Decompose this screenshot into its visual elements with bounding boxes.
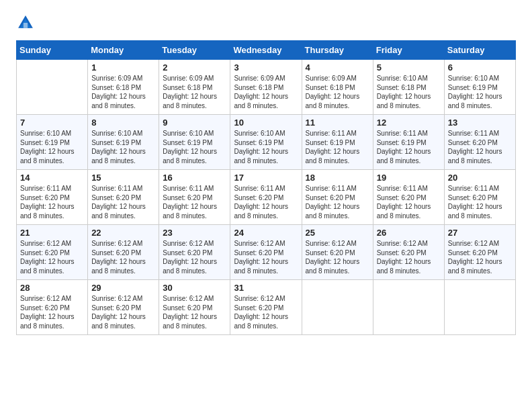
- cell-info: Sunrise: 6:12 AM Sunset: 6:20 PM Dayligh…: [163, 294, 226, 330]
- weekday-header-tuesday: Tuesday: [159, 41, 230, 60]
- day-number: 26: [377, 228, 441, 238]
- calendar-cell: [302, 280, 373, 335]
- calendar-cell: 5Sunrise: 6:10 AM Sunset: 6:18 PM Daylig…: [373, 60, 444, 115]
- calendar-cell: 2Sunrise: 6:09 AM Sunset: 6:18 PM Daylig…: [159, 60, 230, 115]
- calendar-cell: 8Sunrise: 6:10 AM Sunset: 6:19 PM Daylig…: [88, 115, 159, 170]
- cell-info: Sunrise: 6:12 AM Sunset: 6:20 PM Dayligh…: [234, 239, 298, 275]
- cell-info: Sunrise: 6:12 AM Sunset: 6:20 PM Dayligh…: [448, 239, 512, 275]
- day-number: 5: [377, 62, 441, 73]
- cell-info: Sunrise: 6:09 AM Sunset: 6:18 PM Dayligh…: [234, 74, 298, 110]
- weekday-header-friday: Friday: [373, 41, 444, 60]
- day-number: 19: [377, 173, 441, 183]
- weekday-header-thursday: Thursday: [302, 41, 373, 60]
- day-number: 30: [163, 283, 226, 293]
- weekday-header-saturday: Saturday: [444, 41, 515, 60]
- cell-info: Sunrise: 6:12 AM Sunset: 6:20 PM Dayligh…: [91, 294, 155, 330]
- calendar-cell: 15Sunrise: 6:11 AM Sunset: 6:20 PM Dayli…: [88, 170, 159, 225]
- day-number: 16: [163, 173, 226, 183]
- day-number: 27: [448, 228, 512, 238]
- calendar-cell: 20Sunrise: 6:11 AM Sunset: 6:20 PM Dayli…: [444, 170, 515, 225]
- day-number: 2: [163, 62, 226, 73]
- day-number: 13: [448, 118, 512, 128]
- cell-info: Sunrise: 6:09 AM Sunset: 6:18 PM Dayligh…: [306, 74, 369, 110]
- cell-info: Sunrise: 6:11 AM Sunset: 6:19 PM Dayligh…: [377, 129, 441, 165]
- cell-info: Sunrise: 6:12 AM Sunset: 6:20 PM Dayligh…: [377, 239, 441, 275]
- day-number: 10: [234, 118, 298, 128]
- day-number: 9: [163, 118, 226, 128]
- calendar-cell: 12Sunrise: 6:11 AM Sunset: 6:19 PM Dayli…: [373, 115, 444, 170]
- calendar-cell: 27Sunrise: 6:12 AM Sunset: 6:20 PM Dayli…: [444, 225, 515, 280]
- cell-info: Sunrise: 6:10 AM Sunset: 6:19 PM Dayligh…: [448, 74, 512, 110]
- cell-info: Sunrise: 6:11 AM Sunset: 6:20 PM Dayligh…: [448, 129, 512, 165]
- cell-info: Sunrise: 6:09 AM Sunset: 6:18 PM Dayligh…: [91, 74, 155, 110]
- week-row-2: 7Sunrise: 6:10 AM Sunset: 6:19 PM Daylig…: [17, 115, 516, 170]
- calendar-cell: 19Sunrise: 6:11 AM Sunset: 6:20 PM Dayli…: [373, 170, 444, 225]
- weekday-header-wednesday: Wednesday: [230, 41, 302, 60]
- calendar-cell: 7Sunrise: 6:10 AM Sunset: 6:19 PM Daylig…: [17, 115, 88, 170]
- calendar-cell: 16Sunrise: 6:11 AM Sunset: 6:20 PM Dayli…: [159, 170, 230, 225]
- calendar-cell: [373, 280, 444, 335]
- week-row-3: 14Sunrise: 6:11 AM Sunset: 6:20 PM Dayli…: [17, 170, 516, 225]
- weekday-header-row: SundayMondayTuesdayWednesdayThursdayFrid…: [17, 41, 516, 60]
- week-row-1: 1Sunrise: 6:09 AM Sunset: 6:18 PM Daylig…: [17, 60, 516, 115]
- weekday-header-monday: Monday: [88, 41, 159, 60]
- day-number: 31: [234, 283, 298, 293]
- day-number: 21: [20, 228, 84, 238]
- calendar-cell: 25Sunrise: 6:12 AM Sunset: 6:20 PM Dayli…: [302, 225, 373, 280]
- calendar-cell: 18Sunrise: 6:11 AM Sunset: 6:20 PM Dayli…: [302, 170, 373, 225]
- cell-info: Sunrise: 6:11 AM Sunset: 6:20 PM Dayligh…: [448, 184, 512, 220]
- calendar-cell: 29Sunrise: 6:12 AM Sunset: 6:20 PM Dayli…: [88, 280, 159, 335]
- day-number: 17: [234, 173, 298, 183]
- cell-info: Sunrise: 6:10 AM Sunset: 6:19 PM Dayligh…: [20, 129, 84, 165]
- day-number: 3: [234, 62, 298, 73]
- day-number: 28: [20, 283, 84, 293]
- calendar-cell: 9Sunrise: 6:10 AM Sunset: 6:19 PM Daylig…: [159, 115, 230, 170]
- calendar-cell: 21Sunrise: 6:12 AM Sunset: 6:20 PM Dayli…: [17, 225, 88, 280]
- calendar-cell: [444, 280, 515, 335]
- calendar-cell: 24Sunrise: 6:12 AM Sunset: 6:20 PM Dayli…: [230, 225, 302, 280]
- cell-info: Sunrise: 6:11 AM Sunset: 6:20 PM Dayligh…: [91, 184, 155, 220]
- cell-info: Sunrise: 6:11 AM Sunset: 6:20 PM Dayligh…: [20, 184, 84, 220]
- cell-info: Sunrise: 6:12 AM Sunset: 6:20 PM Dayligh…: [306, 239, 369, 275]
- cell-info: Sunrise: 6:10 AM Sunset: 6:19 PM Dayligh…: [91, 129, 155, 165]
- calendar-cell: 17Sunrise: 6:11 AM Sunset: 6:20 PM Dayli…: [230, 170, 302, 225]
- cell-info: Sunrise: 6:12 AM Sunset: 6:20 PM Dayligh…: [234, 294, 298, 330]
- calendar-cell: 13Sunrise: 6:11 AM Sunset: 6:20 PM Dayli…: [444, 115, 515, 170]
- calendar-cell: 28Sunrise: 6:12 AM Sunset: 6:20 PM Dayli…: [17, 280, 88, 335]
- cell-info: Sunrise: 6:11 AM Sunset: 6:19 PM Dayligh…: [306, 129, 369, 165]
- cell-info: Sunrise: 6:11 AM Sunset: 6:20 PM Dayligh…: [377, 184, 441, 220]
- cell-info: Sunrise: 6:12 AM Sunset: 6:20 PM Dayligh…: [20, 239, 84, 275]
- calendar-cell: 10Sunrise: 6:10 AM Sunset: 6:19 PM Dayli…: [230, 115, 302, 170]
- calendar-cell: 23Sunrise: 6:12 AM Sunset: 6:20 PM Dayli…: [159, 225, 230, 280]
- calendar-cell: 22Sunrise: 6:12 AM Sunset: 6:20 PM Dayli…: [88, 225, 159, 280]
- day-number: 18: [306, 173, 369, 183]
- logo-icon: [16, 13, 35, 32]
- week-row-5: 28Sunrise: 6:12 AM Sunset: 6:20 PM Dayli…: [17, 280, 516, 335]
- calendar-cell: 14Sunrise: 6:11 AM Sunset: 6:20 PM Dayli…: [17, 170, 88, 225]
- day-number: 6: [448, 62, 512, 73]
- day-number: 20: [448, 173, 512, 183]
- calendar-cell: [17, 60, 88, 115]
- logo: [16, 13, 38, 32]
- day-number: 1: [91, 62, 155, 73]
- day-number: 29: [91, 283, 155, 293]
- day-number: 11: [306, 118, 369, 128]
- day-number: 23: [163, 228, 226, 238]
- calendar-cell: 30Sunrise: 6:12 AM Sunset: 6:20 PM Dayli…: [159, 280, 230, 335]
- calendar-cell: 6Sunrise: 6:10 AM Sunset: 6:19 PM Daylig…: [444, 60, 515, 115]
- calendar-cell: 31Sunrise: 6:12 AM Sunset: 6:20 PM Dayli…: [230, 280, 302, 335]
- calendar-cell: 11Sunrise: 6:11 AM Sunset: 6:19 PM Dayli…: [302, 115, 373, 170]
- calendar-cell: 1Sunrise: 6:09 AM Sunset: 6:18 PM Daylig…: [88, 60, 159, 115]
- cell-info: Sunrise: 6:10 AM Sunset: 6:19 PM Dayligh…: [234, 129, 298, 165]
- day-number: 25: [306, 228, 369, 238]
- cell-info: Sunrise: 6:12 AM Sunset: 6:20 PM Dayligh…: [91, 239, 155, 275]
- day-number: 12: [377, 118, 441, 128]
- day-number: 14: [20, 173, 84, 183]
- day-number: 22: [91, 228, 155, 238]
- calendar-cell: 3Sunrise: 6:09 AM Sunset: 6:18 PM Daylig…: [230, 60, 302, 115]
- calendar-table: SundayMondayTuesdayWednesdayThursdayFrid…: [16, 40, 516, 335]
- cell-info: Sunrise: 6:10 AM Sunset: 6:19 PM Dayligh…: [163, 129, 226, 165]
- calendar-cell: 4Sunrise: 6:09 AM Sunset: 6:18 PM Daylig…: [302, 60, 373, 115]
- cell-info: Sunrise: 6:10 AM Sunset: 6:18 PM Dayligh…: [377, 74, 441, 110]
- weekday-header-sunday: Sunday: [17, 41, 88, 60]
